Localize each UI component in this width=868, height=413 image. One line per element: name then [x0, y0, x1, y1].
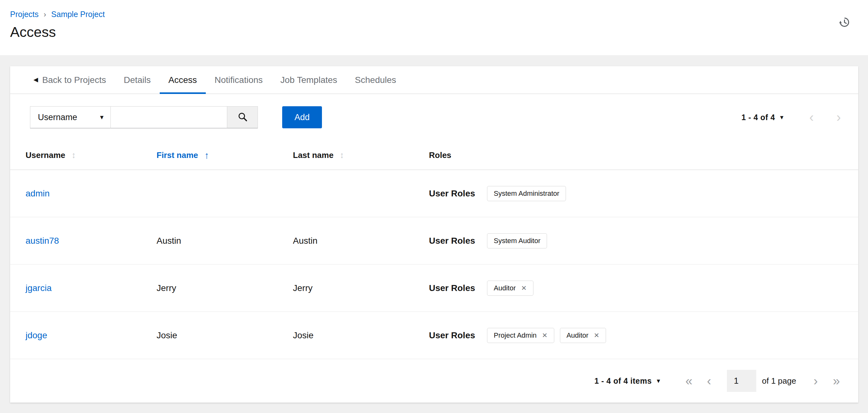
breadcrumb: Projects › Sample Project: [10, 9, 850, 19]
tab-label: Job Templates: [280, 75, 337, 85]
roles-cell: User Roles Project Admin ✕ Auditor ✕: [429, 328, 843, 343]
user-roles-label: User Roles: [429, 283, 475, 293]
breadcrumb-separator-icon: ›: [43, 9, 46, 19]
search-key-selected: Username: [38, 112, 77, 122]
username-link[interactable]: admin: [26, 188, 50, 198]
column-header-last-name[interactable]: Last name ↕: [293, 150, 429, 160]
chip-remove-button[interactable]: ✕: [594, 332, 599, 339]
role-chip-label: Auditor: [566, 331, 589, 340]
close-icon: ✕: [594, 332, 599, 339]
breadcrumb-link-projects[interactable]: Projects: [10, 10, 38, 19]
first-name-cell: Jerry: [157, 283, 293, 293]
pagination-footer: 1 - 4 of 4 items ▾ « ‹ of 1 page › »: [10, 359, 858, 403]
chip-remove-button[interactable]: ✕: [521, 285, 527, 291]
first-page-button[interactable]: «: [685, 375, 692, 387]
roles-cell: User Roles Auditor ✕: [429, 281, 843, 296]
tab-schedules[interactable]: Schedules: [346, 66, 405, 94]
username-cell: austin78: [26, 236, 157, 246]
role-chip: Project Admin ✕: [487, 328, 554, 343]
tab-details[interactable]: Details: [115, 66, 160, 94]
column-header-username[interactable]: Username ↕: [26, 150, 157, 160]
column-header-first-name[interactable]: First name ↑: [157, 150, 293, 161]
roles-cell: User Roles System Administrator: [429, 186, 843, 201]
user-roles-label: User Roles: [429, 188, 475, 199]
role-chip: System Auditor: [487, 233, 547, 248]
role-chip-label: System Auditor: [494, 237, 540, 245]
sort-ascending-icon: ↑: [205, 150, 209, 161]
activity-history-button[interactable]: [839, 16, 850, 28]
last-page-button[interactable]: »: [833, 375, 840, 387]
tab-bar: ◀ Back to Projects Details Access Notifi…: [10, 66, 858, 94]
add-button[interactable]: Add: [282, 106, 322, 128]
username-link[interactable]: austin78: [26, 236, 59, 246]
user-roles-label: User Roles: [429, 236, 475, 246]
breadcrumb-link-sample-project[interactable]: Sample Project: [51, 10, 105, 19]
caret-down-icon: ▾: [100, 113, 103, 122]
username-cell: jdoge: [26, 331, 157, 341]
username-cell: admin: [26, 188, 157, 199]
back-arrow-icon: ◀: [33, 76, 38, 84]
caret-down-icon[interactable]: ▾: [780, 113, 783, 121]
username-cell: jgarcia: [26, 283, 157, 293]
top-pagination: 1 - 4 of 4 ▾ ‹ ›: [741, 111, 841, 124]
close-icon: ✕: [542, 332, 548, 339]
sort-both-icon: ↕: [340, 150, 344, 160]
chip-group: Project Admin ✕ Auditor ✕: [487, 328, 606, 343]
username-link[interactable]: jgarcia: [26, 283, 52, 293]
search-icon: [237, 112, 248, 123]
search-button[interactable]: [227, 106, 258, 128]
tab-notifications[interactable]: Notifications: [206, 66, 272, 94]
tab-label: Access: [168, 75, 197, 85]
page-title: Access: [10, 24, 850, 40]
next-page-button[interactable]: ›: [836, 111, 841, 124]
page-count-label: of 1 page: [762, 376, 796, 386]
roles-cell: User Roles System Auditor: [429, 233, 843, 248]
column-label: First name: [157, 150, 198, 160]
tab-label: Details: [124, 75, 151, 85]
toolbar: Username ▾ Add 1 - 4 of 4 ▾ ‹ ›: [10, 94, 858, 128]
chip-group: System Administrator: [487, 186, 566, 201]
last-name-cell: Austin: [293, 236, 429, 246]
table-row-jgarcia: jgarcia Jerry Jerry User Roles Auditor ✕: [10, 265, 858, 312]
history-icon: [839, 24, 850, 29]
search-input[interactable]: [111, 106, 227, 128]
next-page-button[interactable]: ›: [813, 375, 817, 387]
table-row-austin78: austin78 Austin Austin User Roles System…: [10, 217, 858, 265]
table-header-row: Username ↕ First name ↑ Last name ↕ Role…: [10, 141, 858, 170]
table-row-admin: admin User Roles System Administrator: [10, 170, 858, 217]
column-label: Username: [26, 150, 65, 160]
tab-back-to-projects[interactable]: ◀ Back to Projects: [25, 66, 115, 94]
role-chip-label: Project Admin: [494, 331, 536, 340]
search-key-dropdown[interactable]: Username ▾: [30, 106, 111, 128]
pagination-summary[interactable]: 1 - 4 of 4: [741, 113, 775, 122]
close-icon: ✕: [521, 284, 527, 291]
first-name-cell: Josie: [157, 331, 293, 341]
role-chip-label: System Administrator: [494, 190, 559, 198]
access-table: Username ↕ First name ↑ Last name ↕ Role…: [10, 141, 858, 403]
role-chip: Auditor ✕: [487, 281, 533, 296]
tab-job-templates[interactable]: Job Templates: [272, 66, 346, 94]
pagination-items-summary[interactable]: 1 - 4 of 4 items: [594, 376, 652, 386]
access-panel: ◀ Back to Projects Details Access Notifi…: [10, 66, 858, 403]
last-name-cell: Jerry: [293, 283, 429, 293]
prev-page-button[interactable]: ‹: [707, 375, 711, 387]
tab-access[interactable]: Access: [160, 66, 206, 94]
chip-remove-button[interactable]: ✕: [542, 332, 548, 339]
tab-label: Back to Projects: [42, 75, 106, 85]
tab-label: Notifications: [215, 75, 263, 85]
username-link[interactable]: jdoge: [26, 331, 48, 340]
user-roles-label: User Roles: [429, 331, 475, 341]
caret-down-icon[interactable]: ▾: [657, 377, 660, 385]
prev-page-button[interactable]: ‹: [809, 111, 814, 124]
role-chip: Auditor ✕: [560, 328, 606, 343]
column-label: Roles: [429, 150, 452, 160]
table-row-jdoge: jdoge Josie Josie User Roles Project Adm…: [10, 312, 858, 359]
column-header-roles: Roles: [429, 150, 843, 160]
first-name-cell: Austin: [157, 236, 293, 246]
current-page-input[interactable]: [727, 370, 756, 392]
chip-group: System Auditor: [487, 233, 547, 248]
tab-label: Schedules: [355, 75, 396, 85]
column-label: Last name: [293, 150, 334, 160]
page-header: Projects › Sample Project Access: [0, 0, 868, 55]
role-chip: System Administrator: [487, 186, 566, 201]
